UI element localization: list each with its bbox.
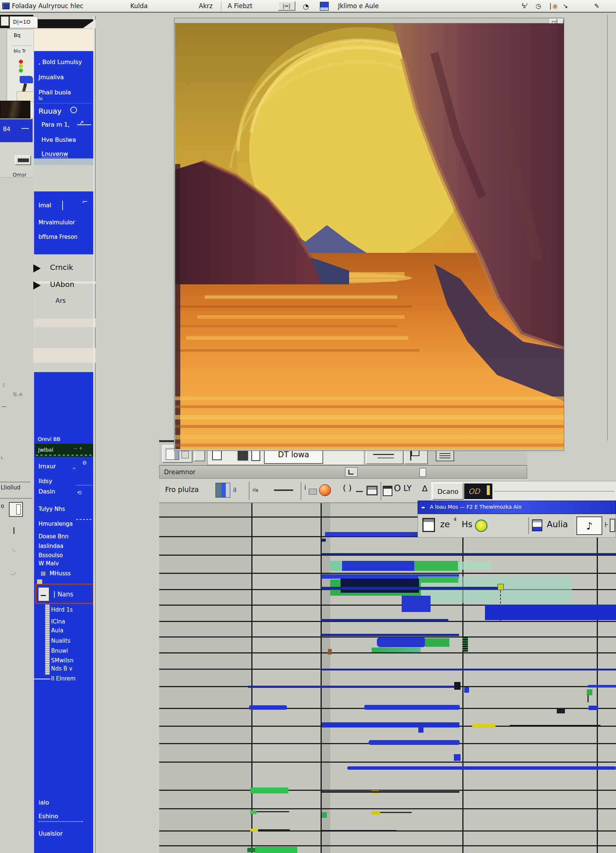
clip-thumb[interactable] — [462, 637, 468, 651]
clip-yellow[interactable] — [371, 811, 380, 815]
sidebar-item[interactable]: Irnxur — [38, 463, 56, 470]
sidebar-item[interactable]: ialo — [38, 799, 49, 806]
cabinet-icon[interactable] — [215, 483, 230, 498]
clip-flag[interactable] — [587, 689, 592, 695]
sidebar-subitem[interactable]: Nds B v — [51, 665, 72, 672]
clip-line[interactable] — [510, 725, 601, 726]
clip-tick[interactable] — [589, 706, 598, 710]
tool-label[interactable]: blu Tr — [14, 49, 26, 54]
clip-line[interactable] — [321, 587, 501, 590]
sidebar-subitem[interactable]: Hdrd 1s — [51, 606, 73, 613]
clip-tick[interactable] — [321, 539, 326, 542]
chevron-down-icon[interactable]: ⌄ — [72, 464, 76, 470]
app-switcher-icon[interactable] — [320, 2, 329, 11]
sidebar-item[interactable]: Dasin — [38, 488, 55, 495]
sidebar-item[interactable]: W Malv — [38, 560, 59, 567]
menu-item-window[interactable]: Jklimo e Aule — [338, 2, 379, 10]
swatch-box[interactable] — [17, 91, 35, 102]
sidebar-item[interactable]: Iaslindaa — [38, 543, 63, 549]
clip-line[interactable] — [588, 685, 616, 688]
expand-arrow-icon[interactable] — [33, 281, 41, 290]
clip-drip[interactable] — [454, 754, 461, 761]
sidebar-subitem[interactable]: Nualits — [51, 637, 70, 644]
ly-glyph[interactable]: LY — [404, 484, 412, 493]
clip-line[interactable] — [320, 669, 616, 671]
clip-green-block[interactable] — [250, 788, 288, 794]
sidebar-item[interactable]: Hve Buslwa — [41, 136, 76, 143]
clip-stem[interactable] — [587, 695, 589, 702]
menu-toggle-button[interactable]: |=| — [278, 1, 296, 11]
sidebar-gray-item[interactable]: Ars — [56, 297, 65, 304]
slot-button[interactable] — [15, 155, 31, 165]
sidebar-item[interactable]: Ildsy — [38, 478, 52, 485]
paint-blob-icon[interactable] — [20, 76, 33, 83]
sidebar-item[interactable]: Tulyy Nhs — [38, 506, 65, 512]
clip-green-block[interactable] — [255, 847, 297, 853]
gear-icon[interactable]: ⚙ — [82, 460, 87, 466]
sidebar-item-selected[interactable]: | Nans — [36, 584, 94, 604]
clip-yellow[interactable] — [250, 829, 258, 832]
menu-item-view[interactable]: Akrz — [199, 2, 212, 10]
tool-glyph[interactable]: Bq — [14, 32, 21, 38]
clip-green[interactable] — [425, 638, 449, 647]
timeline-titlebar[interactable]: Dreamnor — [159, 465, 527, 479]
app-icon[interactable] — [2, 3, 10, 9]
photo-thumbnail[interactable] — [0, 101, 30, 118]
audio-label[interactable]: Aulia — [547, 519, 568, 529]
clip-line[interactable] — [380, 812, 412, 813]
palette-mini-title[interactable]: D|=1O — [10, 16, 38, 28]
menu-item-filter[interactable]: A Fiebzt — [228, 2, 252, 10]
clip-line[interactable] — [248, 686, 456, 688]
sidebar-item[interactable]: , Bold Lumulsy — [38, 59, 82, 65]
sidebar-item[interactable]: Lnuvenw — [41, 150, 68, 157]
ze-label[interactable]: ze — [440, 519, 450, 529]
o-glyph[interactable]: O — [394, 483, 401, 493]
clip-bar[interactable] — [322, 722, 460, 727]
sidebar-subitem[interactable]: Il Elnrem — [51, 675, 76, 682]
clip-drip[interactable] — [418, 722, 423, 733]
clip-wave[interactable] — [347, 766, 616, 770]
clip-rounded[interactable] — [377, 637, 426, 647]
clip-teal-tail[interactable] — [458, 562, 490, 570]
clip-line[interactable] — [321, 553, 616, 555]
clip-blue[interactable] — [402, 596, 431, 612]
clip-line[interactable] — [322, 791, 460, 793]
menu-item-edit[interactable]: Kulda — [130, 2, 148, 10]
clip-dark[interactable] — [557, 708, 565, 713]
sidebar-item[interactable]: Eshino — [38, 813, 58, 820]
clip-blue[interactable] — [342, 561, 414, 571]
sidebar-item[interactable]: Mrvalmululor — [38, 219, 75, 226]
clip-line[interactable] — [320, 619, 448, 621]
clip-tick[interactable] — [328, 649, 332, 654]
palette-corner-box[interactable] — [1, 16, 9, 26]
pen-icon[interactable]: ✎ — [594, 2, 599, 10]
drums-button[interactable]: Dcano — [432, 483, 463, 500]
clip-strip[interactable] — [372, 648, 420, 652]
clock-icon[interactable]: ◷ — [536, 2, 541, 10]
subwindow-titlebar[interactable]: A loau Mos — F2 E Thewlmozka Aio — [417, 501, 616, 514]
corner-icon[interactable]: ⌐ — [82, 198, 88, 205]
hs-label[interactable]: Hs — [462, 519, 472, 529]
clip-green[interactable] — [250, 811, 256, 814]
clip-tick[interactable] — [464, 687, 469, 693]
clip-navy[interactable] — [341, 579, 419, 593]
clip-big-blue[interactable] — [485, 604, 616, 620]
clip-squiggle[interactable] — [249, 705, 287, 710]
palette-blue-strip[interactable]: B4 — [0, 119, 33, 142]
help-icon[interactable]: ◔ — [303, 2, 309, 11]
dock-icon[interactable] — [345, 467, 358, 477]
clip-line[interactable] — [321, 634, 459, 636]
delta-glyph[interactable]: Δ — [422, 484, 428, 493]
sidebar-subitem[interactable]: ICIna — [51, 618, 65, 625]
sidebar-gray-item[interactable]: Crncik — [50, 263, 73, 272]
sidebar-subitem[interactable]: Bnuwl — [51, 648, 68, 654]
record-icon[interactable]: ◉ — [552, 2, 558, 10]
clip-line[interactable] — [322, 830, 396, 832]
sphere-icon[interactable] — [319, 484, 331, 496]
undo-icon[interactable]: ⟲ — [77, 489, 82, 496]
sidebar-item[interactable]: Hmuralenga — [38, 521, 73, 527]
tray-icon[interactable] — [309, 489, 317, 495]
clip-green[interactable] — [414, 561, 458, 571]
sidebar-item[interactable]: Imal — [38, 202, 52, 209]
sidebar-gray-item[interactable]: UAbon — [50, 280, 74, 289]
